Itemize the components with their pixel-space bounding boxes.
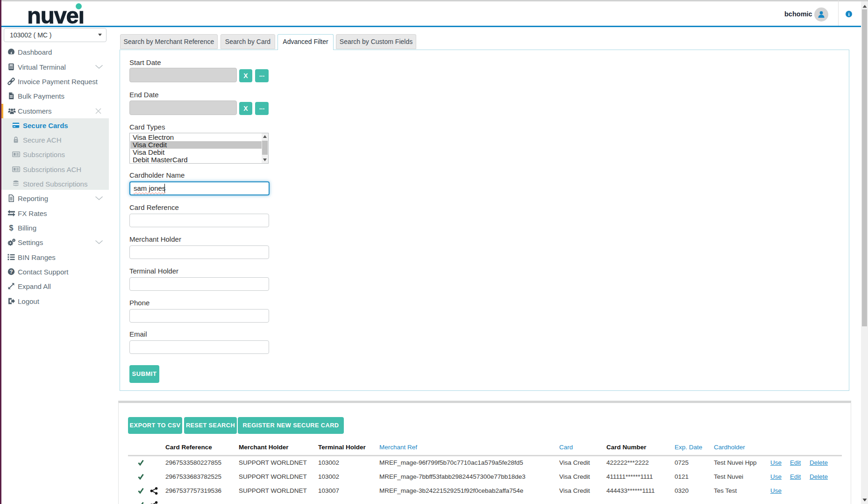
svg-text:i: i	[848, 11, 849, 17]
svg-text:?: ?	[9, 269, 13, 274]
svg-text:$: $	[9, 224, 14, 231]
